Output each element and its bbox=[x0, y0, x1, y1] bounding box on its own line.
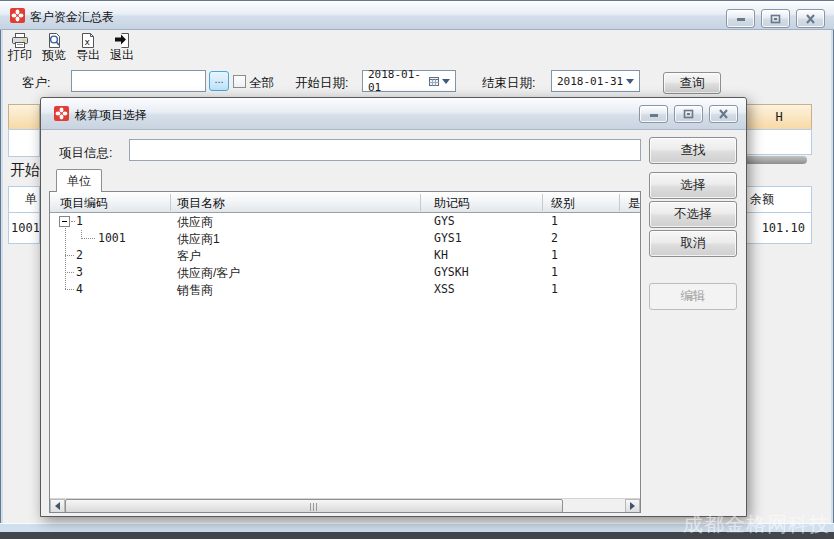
cell-mnemonic: GYS bbox=[434, 214, 455, 228]
column-separator[interactable] bbox=[170, 194, 171, 211]
dialog-window-controls bbox=[639, 105, 738, 123]
col-header-level[interactable]: 级别 bbox=[551, 195, 575, 212]
export-button[interactable]: x 导出 bbox=[71, 31, 105, 64]
report-column-letter-header: H bbox=[746, 104, 812, 130]
report-header-left-fragment: 单 bbox=[8, 186, 40, 213]
minimize-icon bbox=[736, 14, 746, 23]
end-date-label: 结束日期: bbox=[482, 75, 535, 92]
dialog-close-icon bbox=[718, 109, 729, 119]
main-window-title: 客户资金汇总表 bbox=[30, 9, 114, 26]
main-toolbar: 打印 预览 x 导出 退出 bbox=[3, 31, 831, 64]
customer-label: 客户: bbox=[22, 75, 50, 92]
report-scrollbar-thumb[interactable] bbox=[740, 156, 807, 164]
report-balance-value: 101.10 bbox=[746, 212, 812, 244]
export-label: 导出 bbox=[76, 49, 100, 62]
screen: 客户资金汇总表 bbox=[0, 0, 834, 539]
report-title-cell-left bbox=[8, 129, 40, 157]
dialog-close-button[interactable] bbox=[709, 105, 738, 123]
svg-text:x: x bbox=[85, 37, 91, 47]
edit-button: 编辑 bbox=[649, 283, 737, 310]
col-header-clipped[interactable]: 是 bbox=[628, 195, 640, 212]
end-date-dropdown-arrow bbox=[626, 79, 634, 84]
customer-input[interactable] bbox=[71, 70, 206, 92]
dialog-maximize-icon bbox=[683, 109, 694, 119]
print-button[interactable]: 打印 bbox=[3, 31, 37, 64]
find-button[interactable]: 查找 bbox=[649, 137, 737, 164]
exit-icon bbox=[113, 32, 131, 49]
window-frame-left bbox=[0, 30, 3, 525]
end-date-picker[interactable]: 2018-01-31 bbox=[551, 70, 640, 92]
preview-button[interactable]: 预览 bbox=[37, 31, 71, 64]
tab-unit[interactable]: 单位 bbox=[56, 169, 102, 192]
window-frame-bottom bbox=[0, 524, 834, 532]
all-checkbox[interactable] bbox=[233, 75, 246, 88]
cell-mnemonic: XSS bbox=[434, 282, 455, 296]
hscroll-thumb[interactable] bbox=[65, 499, 563, 513]
printer-icon bbox=[11, 32, 29, 49]
start-date-picker[interactable]: 2018-01-01 bbox=[362, 70, 456, 92]
cell-name: 供应商 bbox=[177, 214, 213, 231]
accounting-item-select-dialog: 核算项目选择 项目信息: 查找 bbox=[40, 97, 747, 517]
query-button[interactable]: 查询 bbox=[663, 72, 721, 94]
tree-table-hscrollbar[interactable] bbox=[50, 498, 640, 513]
exit-button[interactable]: 退出 bbox=[105, 31, 139, 64]
cell-name: 供应商1 bbox=[177, 231, 220, 248]
hscroll-right-button[interactable] bbox=[625, 499, 640, 513]
main-window-controls bbox=[726, 9, 825, 28]
cell-name: 客户 bbox=[177, 248, 201, 265]
col-header-mnemonic[interactable]: 助记码 bbox=[434, 195, 470, 212]
tree-row-supplier-customer[interactable]: 3 供应商/客户 GYSKH 1 bbox=[50, 264, 640, 281]
maximize-button[interactable] bbox=[761, 9, 790, 28]
dialog-logo-icon bbox=[54, 106, 69, 121]
item-info-input[interactable] bbox=[129, 139, 641, 161]
dialog-minimize-button[interactable] bbox=[639, 105, 668, 123]
hscroll-grip bbox=[310, 503, 319, 511]
cell-code: 1 bbox=[76, 214, 83, 228]
column-separator[interactable] bbox=[542, 194, 543, 211]
deselect-button[interactable]: 不选择 bbox=[649, 201, 737, 228]
cell-level: 1 bbox=[551, 282, 558, 296]
close-button[interactable] bbox=[796, 9, 825, 28]
report-code-cell: 1001 bbox=[8, 212, 40, 244]
print-label: 打印 bbox=[8, 49, 32, 62]
start-date-label: 开始日期: bbox=[295, 75, 348, 92]
dialog-titlebar: 核算项目选择 bbox=[41, 98, 746, 130]
tree-row-supplier1[interactable]: 1001 供应商1 GYS1 2 bbox=[50, 230, 640, 247]
export-excel-icon: x bbox=[79, 32, 97, 49]
col-header-item-name[interactable]: 项目名称 bbox=[177, 195, 225, 212]
cell-level: 1 bbox=[551, 248, 558, 262]
main-window-titlebar: 客户资金汇总表 bbox=[0, 0, 834, 30]
tree-row-supplier[interactable]: 1 供应商 GYS 1 bbox=[50, 213, 640, 230]
customer-browse-button[interactable]: ... bbox=[209, 71, 229, 91]
item-info-label: 项目信息: bbox=[59, 145, 112, 162]
cell-mnemonic: GYS1 bbox=[434, 231, 462, 245]
cell-code: 4 bbox=[76, 282, 83, 296]
dialog-maximize-button[interactable] bbox=[674, 105, 703, 123]
app-logo-icon bbox=[10, 8, 25, 23]
calendar-icon bbox=[429, 76, 439, 86]
cancel-button[interactable]: 取消 bbox=[649, 230, 737, 257]
column-separator[interactable] bbox=[619, 194, 620, 211]
start-date-value: 2018-01-01 bbox=[363, 68, 429, 94]
minimize-button[interactable] bbox=[726, 9, 755, 28]
cell-code: 1001 bbox=[98, 231, 126, 245]
tree-row-customer[interactable]: 2 客户 KH 1 bbox=[50, 247, 640, 264]
cell-name: 供应商/客户 bbox=[177, 265, 240, 282]
report-title-cell-right bbox=[746, 129, 812, 155]
all-checkbox-label[interactable]: 全部 bbox=[249, 75, 274, 92]
cell-code: 2 bbox=[76, 248, 83, 262]
tree-row-seller[interactable]: 4 销售商 XSS 1 bbox=[50, 281, 640, 298]
scroll-right-icon bbox=[630, 502, 635, 510]
hscroll-left-button[interactable] bbox=[50, 499, 65, 513]
column-separator[interactable] bbox=[420, 194, 421, 211]
cell-mnemonic: GYSKH bbox=[434, 265, 469, 279]
select-button[interactable]: 选择 bbox=[649, 172, 737, 199]
report-subtitle-fragment: 开始 bbox=[10, 161, 40, 180]
end-date-value: 2018-01-31 bbox=[552, 75, 624, 88]
cell-mnemonic: KH bbox=[434, 248, 448, 262]
tree-table-header: 项目编码 项目名称 助记码 级别 是 bbox=[50, 192, 640, 213]
dialog-title: 核算项目选择 bbox=[75, 107, 147, 124]
close-icon bbox=[805, 14, 816, 24]
start-date-dropdown-arrow bbox=[442, 79, 450, 84]
col-header-item-code[interactable]: 项目编码 bbox=[60, 195, 108, 212]
